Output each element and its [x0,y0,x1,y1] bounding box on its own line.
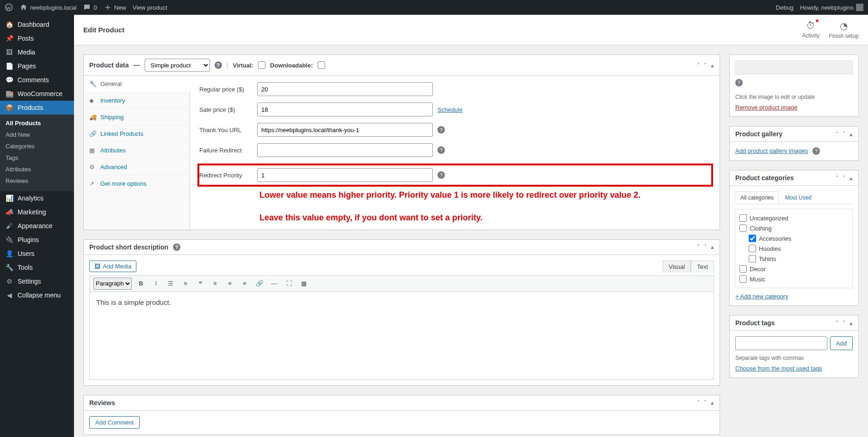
comments-link[interactable]: 0 [83,3,97,12]
move-down-icon[interactable]: ˅ [843,131,846,138]
help-icon[interactable]: ? [735,79,743,86]
tab-attributes[interactable]: ▦Attributes [84,142,190,159]
align-right-icon[interactable]: ≡ [239,278,250,289]
schedule-link[interactable]: Schedule [437,106,462,113]
cat-tab-all[interactable]: All categories [735,191,779,204]
sidebar-item-products[interactable]: 📦Products [0,101,74,115]
add-comment-button[interactable]: Add Comment [89,416,140,429]
view-product-link[interactable]: View product [133,4,167,11]
add-tag-button[interactable]: Add [830,336,853,350]
tab-linked[interactable]: 🔗Linked Products [84,126,190,142]
sidebar-item-settings[interactable]: ⚙Settings [0,274,74,288]
help-icon[interactable]: ? [813,147,820,155]
category-checkbox[interactable] [739,265,747,273]
tab-shipping[interactable]: 🚚Shipping [84,109,190,126]
move-up-icon[interactable]: ˄ [697,243,700,250]
debug-link[interactable]: Debug [776,4,794,11]
sidebar-item-media[interactable]: 🖼Media [0,45,74,59]
toggle-icon[interactable]: ▴ [711,62,714,69]
sale-price-input[interactable] [257,103,433,116]
move-down-icon[interactable]: ˅ [843,175,846,182]
submenu-add-new[interactable]: Add New [0,129,74,140]
category-checkbox[interactable] [749,235,756,242]
move-down-icon[interactable]: ˅ [704,399,707,406]
remove-image-link[interactable]: Remove product image [735,104,797,111]
submenu-tags[interactable]: Tags [0,152,74,164]
submenu-attributes[interactable]: Attributes [0,164,74,175]
submenu-all-products[interactable]: All Products [0,117,74,129]
category-checkbox[interactable] [739,214,747,222]
help-icon[interactable]: ? [215,61,222,69]
user-menu[interactable]: Howdy, neebplugins [800,4,863,11]
tab-general[interactable]: 🔧General [84,76,190,92]
move-down-icon[interactable]: ˅ [704,62,707,69]
toolbar-toggle-icon[interactable]: ▦ [298,278,309,289]
add-new-category-link[interactable]: + Add new category [735,293,788,300]
category-checkbox[interactable] [739,275,747,283]
toggle-icon[interactable]: ▴ [711,399,714,406]
activity-button[interactable]: ⏱ Activity [802,20,819,39]
number-list-icon[interactable]: ≡ [180,278,191,289]
submenu-reviews[interactable]: Reviews [0,175,74,187]
thank-you-url-input[interactable] [257,123,433,137]
tab-inventory[interactable]: ◆Inventory [84,92,190,109]
toggle-icon[interactable]: ▴ [850,175,853,182]
align-center-icon[interactable]: ≡ [224,278,235,289]
toggle-icon[interactable]: ▴ [711,243,714,250]
move-up-icon[interactable]: ˄ [697,62,700,69]
sidebar-item-plugins[interactable]: 🔌Plugins [0,233,74,247]
site-home[interactable]: neebplugins.local [19,3,76,12]
more-icon[interactable]: — [269,278,280,289]
help-icon[interactable]: ? [437,171,445,179]
new-content[interactable]: New [104,3,126,12]
finish-setup-button[interactable]: ◔ Finish setup [829,20,859,39]
quote-icon[interactable]: ❝ [195,278,206,289]
toggle-icon[interactable]: ▴ [850,131,853,138]
sidebar-item-woocommerce[interactable]: 🏬WooCommerce [0,87,74,101]
category-checkbox[interactable] [749,255,756,262]
bullet-list-icon[interactable]: ☰ [165,278,176,289]
category-checkbox[interactable] [739,225,747,232]
help-icon[interactable]: ? [173,243,180,251]
paragraph-select[interactable]: Paragraph [93,278,132,290]
product-image-placeholder[interactable] [735,61,853,74]
bold-icon[interactable]: B [135,278,147,289]
sidebar-item-tools[interactable]: 🔧Tools [0,261,74,274]
fullscreen-icon[interactable]: ⛶ [283,278,295,289]
tab-text[interactable]: Text [691,261,714,273]
category-checkbox[interactable] [749,245,756,252]
add-media-button[interactable]: 🖼Add Media [89,261,136,272]
sidebar-item-collapse[interactable]: ◀Collapse menu [0,288,74,302]
tag-input[interactable] [735,336,827,350]
italic-icon[interactable]: I [150,278,161,289]
sidebar-item-analytics[interactable]: 📊Analytics [0,191,74,205]
move-up-icon[interactable]: ˄ [697,399,700,406]
move-up-icon[interactable]: ˄ [836,320,839,327]
move-down-icon[interactable]: ˅ [704,243,707,250]
sidebar-item-pages[interactable]: 📄Pages [0,59,74,73]
help-icon[interactable]: ? [437,126,445,134]
virtual-checkbox[interactable] [258,61,265,69]
product-type-select[interactable]: Simple product [145,59,210,72]
tab-visual[interactable]: Visual [663,261,691,273]
add-gallery-link[interactable]: Add product gallery images [735,147,808,154]
short-desc-editor[interactable]: This is a simple product. [89,292,714,380]
align-left-icon[interactable]: ≡ [209,278,221,289]
tab-advanced[interactable]: ⚙Advanced [84,159,190,176]
downloadable-checkbox[interactable] [318,61,325,69]
link-icon[interactable]: 🔗 [254,278,265,289]
move-down-icon[interactable]: ˅ [843,320,846,327]
sidebar-item-appearance[interactable]: 🖌Appearance [0,219,74,233]
cat-tab-most-used[interactable]: Most Used [781,192,816,204]
move-up-icon[interactable]: ˄ [836,175,839,182]
sidebar-item-posts[interactable]: 📌Posts [0,31,74,45]
tab-more-options[interactable]: ↗Get more options [84,176,190,192]
sidebar-item-marketing[interactable]: 📣Marketing [0,205,74,219]
sidebar-item-users[interactable]: 👤Users [0,247,74,261]
failure-redirect-input[interactable] [257,143,433,157]
redirect-priority-input[interactable] [257,168,433,182]
move-up-icon[interactable]: ˄ [836,131,839,138]
choose-tags-link[interactable]: Choose from the most used tags [735,365,822,372]
wp-logo[interactable] [5,3,13,12]
sidebar-item-dashboard[interactable]: 🏠Dashboard [0,18,74,31]
